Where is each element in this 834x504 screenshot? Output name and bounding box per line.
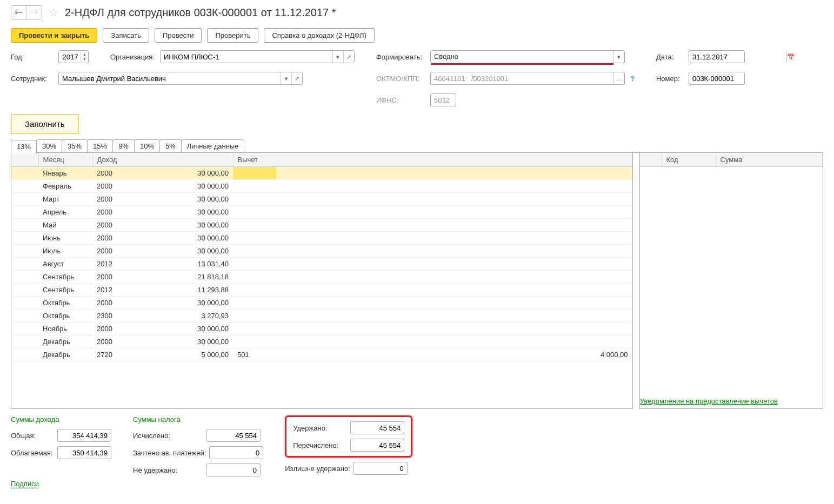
table-row[interactable]: Ноябрь200030 000,00 bbox=[11, 322, 632, 335]
year-up-icon[interactable]: ▲ bbox=[81, 52, 88, 57]
cell-income-amount[interactable]: 3 270,93 bbox=[146, 310, 233, 322]
cell-month[interactable]: Октябрь bbox=[38, 310, 92, 322]
cell-deduct-code[interactable] bbox=[233, 297, 276, 310]
cell-deduct-code[interactable] bbox=[233, 193, 276, 206]
cell-month[interactable]: Ноябрь bbox=[38, 322, 92, 335]
form-value[interactable]: Сводно bbox=[431, 51, 613, 63]
fill-button[interactable]: Заполнить bbox=[11, 114, 79, 134]
cell-income-code[interactable]: 2012 bbox=[92, 258, 146, 271]
cell-month[interactable]: Май bbox=[38, 219, 92, 232]
star-icon[interactable]: ☆ bbox=[49, 6, 58, 19]
save-button[interactable]: Записать bbox=[103, 28, 149, 43]
oktmo-select-icon[interactable]: … bbox=[613, 72, 624, 84]
notheld-input[interactable] bbox=[206, 463, 261, 476]
cell-income-code[interactable]: 2012 bbox=[92, 284, 146, 297]
taxable-input[interactable] bbox=[57, 446, 111, 459]
cell-income-amount[interactable]: 11 293,88 bbox=[146, 284, 233, 297]
table-row[interactable]: Октябрь200030 000,00 bbox=[11, 297, 632, 310]
org-open-icon[interactable]: ➚ bbox=[343, 51, 354, 63]
cell-month[interactable]: Январь bbox=[38, 167, 92, 180]
cell-income-amount[interactable]: 21 818,18 bbox=[146, 271, 233, 284]
year-down-icon[interactable]: ▼ bbox=[81, 57, 88, 62]
cell-income-amount[interactable]: 30 000,00 bbox=[146, 206, 233, 219]
cell-income-amount[interactable]: 30 000,00 bbox=[146, 219, 233, 232]
cell-month[interactable]: Сентябрь bbox=[38, 284, 92, 297]
tab-35pct[interactable]: 35% bbox=[62, 139, 88, 152]
employee-input[interactable] bbox=[59, 72, 281, 84]
nav-forward-button[interactable]: 🡒 bbox=[26, 6, 42, 19]
cell-deduct-amount[interactable] bbox=[276, 297, 632, 310]
tab-Личные-данные[interactable]: Личные данные bbox=[181, 139, 245, 152]
tab-10pct[interactable]: 10% bbox=[134, 139, 160, 152]
tab-9pct[interactable]: 9% bbox=[112, 139, 135, 152]
cell-month[interactable]: Декабрь bbox=[38, 348, 92, 361]
number-input[interactable] bbox=[689, 72, 745, 85]
table-row[interactable]: Январь200030 000,00 bbox=[11, 167, 632, 180]
cell-income-amount[interactable]: 30 000,00 bbox=[146, 180, 233, 193]
total-input[interactable] bbox=[57, 429, 111, 442]
table-row[interactable]: Декабрь200030 000,00 bbox=[11, 335, 632, 348]
cell-deduct-amount[interactable] bbox=[276, 167, 632, 180]
year-input[interactable] bbox=[59, 53, 81, 61]
cell-income-amount[interactable]: 30 000,00 bbox=[146, 167, 233, 180]
cell-income-code[interactable]: 2300 bbox=[92, 310, 146, 322]
cell-income-code[interactable]: 2720 bbox=[92, 348, 146, 361]
table-row[interactable]: Май200030 000,00 bbox=[11, 219, 632, 232]
year-spinner[interactable]: ▲▼ bbox=[58, 50, 89, 63]
income-report-button[interactable]: Справка о доходах (2-НДФЛ) bbox=[264, 28, 374, 43]
cell-month[interactable]: Октябрь bbox=[38, 297, 92, 310]
cell-deduct-amount[interactable] bbox=[276, 193, 632, 206]
excess-input[interactable] bbox=[353, 462, 408, 475]
table-row[interactable]: Сентябрь201211 293,88 bbox=[11, 284, 632, 297]
cell-income-code[interactable]: 2000 bbox=[92, 322, 146, 335]
cell-income-code[interactable]: 2000 bbox=[92, 232, 146, 245]
cell-income-amount[interactable]: 5 000,00 bbox=[146, 348, 233, 361]
cell-deduct-amount[interactable] bbox=[276, 232, 632, 245]
col-month[interactable]: Месяц bbox=[38, 153, 92, 167]
employee-open-icon[interactable]: ➚ bbox=[291, 72, 302, 84]
cell-income-code[interactable]: 2000 bbox=[92, 219, 146, 232]
cell-deduct-code[interactable] bbox=[233, 219, 276, 232]
cell-deduct-code[interactable] bbox=[233, 310, 276, 322]
cell-deduct-code[interactable] bbox=[233, 271, 276, 284]
org-input[interactable] bbox=[161, 51, 332, 63]
check-button[interactable]: Проверить bbox=[207, 28, 258, 43]
cell-month[interactable]: Декабрь bbox=[38, 335, 92, 348]
cell-income-code[interactable]: 2000 bbox=[92, 193, 146, 206]
cell-deduct-amount[interactable] bbox=[276, 335, 632, 348]
post-and-close-button[interactable]: Провести и закрыть bbox=[11, 28, 97, 43]
cell-deduct-amount[interactable]: 4 000,00 bbox=[276, 348, 632, 361]
cell-month[interactable]: Февраль bbox=[38, 180, 92, 193]
cell-income-code[interactable]: 2000 bbox=[92, 297, 146, 310]
nav-back-button[interactable]: 🡐 bbox=[11, 6, 26, 19]
cell-deduct-code[interactable]: 501 bbox=[233, 348, 276, 361]
col-income[interactable]: Доход bbox=[92, 153, 233, 167]
ifns-input[interactable] bbox=[430, 93, 456, 106]
cell-deduct-code[interactable] bbox=[233, 322, 276, 335]
table-row[interactable]: Август201213 031,40 bbox=[11, 258, 632, 271]
table-row[interactable]: Февраль200030 000,00 bbox=[11, 180, 632, 193]
cell-month[interactable]: Июль bbox=[38, 245, 92, 258]
cell-deduct-amount[interactable] bbox=[276, 284, 632, 297]
cell-deduct-code[interactable] bbox=[233, 167, 276, 180]
tab-15pct[interactable]: 15% bbox=[87, 139, 113, 152]
org-dropdown-icon[interactable]: ▾ bbox=[332, 51, 343, 63]
cell-month[interactable]: Апрель bbox=[38, 206, 92, 219]
cell-income-code[interactable]: 2000 bbox=[92, 335, 146, 348]
offset-input[interactable] bbox=[209, 446, 263, 459]
cell-deduct-amount[interactable] bbox=[276, 258, 632, 271]
cell-deduct-code[interactable] bbox=[233, 232, 276, 245]
cell-income-code[interactable]: 2000 bbox=[92, 167, 146, 180]
cell-deduct-code[interactable] bbox=[233, 206, 276, 219]
cell-deduct-code[interactable] bbox=[233, 180, 276, 193]
cell-deduct-amount[interactable] bbox=[276, 219, 632, 232]
cell-deduct-amount[interactable] bbox=[276, 206, 632, 219]
cell-month[interactable]: Июнь bbox=[38, 232, 92, 245]
table-row[interactable]: Апрель200030 000,00 bbox=[11, 206, 632, 219]
cell-income-amount[interactable]: 13 031,40 bbox=[146, 258, 233, 271]
cell-deduct-amount[interactable] bbox=[276, 310, 632, 322]
employee-dropdown-icon[interactable]: ▾ bbox=[281, 72, 291, 84]
cell-income-amount[interactable]: 30 000,00 bbox=[146, 245, 233, 258]
transferred-input[interactable] bbox=[350, 439, 404, 452]
col-deduction[interactable]: Вычет bbox=[233, 153, 632, 167]
